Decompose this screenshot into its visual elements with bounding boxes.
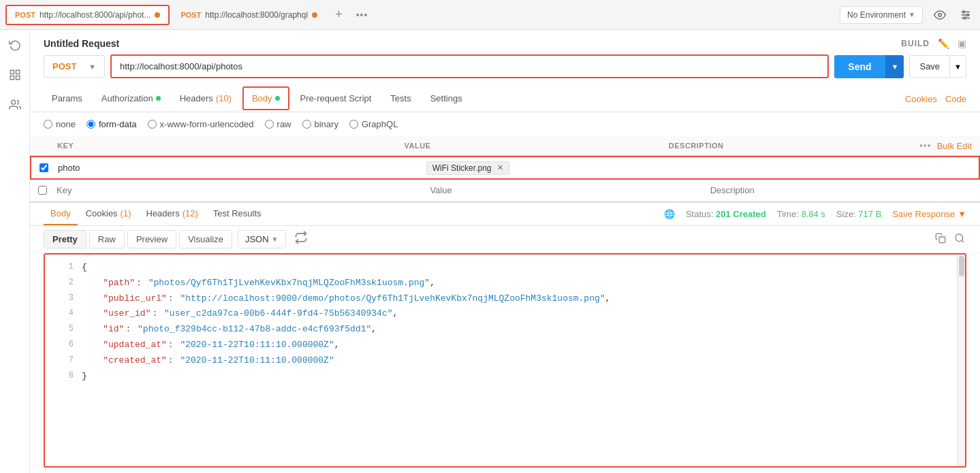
param-desc-empty[interactable] [706, 182, 972, 198]
body-type-urlencoded[interactable]: x-www-form-urlencoded [148, 119, 254, 129]
method-selector[interactable]: POST ▼ [44, 55, 105, 78]
svg-line-14 [962, 240, 964, 242]
table-more-icon[interactable]: ••• [919, 140, 932, 151]
svg-rect-8 [16, 70, 19, 74]
resp-tab-body[interactable]: Body [44, 203, 78, 225]
col-value-header: VALUE [405, 142, 669, 150]
param-value-1: WiFi Sticker.png ✕ [426, 161, 706, 175]
body-type-none[interactable]: none [44, 119, 76, 129]
svg-rect-12 [939, 237, 945, 243]
scrollbar-thumb [959, 256, 964, 276]
save-button[interactable]: Save [909, 55, 950, 78]
col-desc-header: DESCRIPTION [669, 142, 919, 150]
globe-icon: 🌐 [664, 209, 675, 219]
body-type-binary[interactable]: binary [302, 119, 338, 129]
cookies-link[interactable]: Cookies [905, 94, 937, 104]
code-link[interactable]: Code [945, 94, 966, 104]
json-line-5: 5 "id": "photo_f329b4cc-b112-47b8-addc-e… [45, 322, 957, 338]
sidebar-icon-history[interactable] [5, 35, 25, 54]
environment-selector[interactable]: No Environment ▼ [840, 6, 923, 24]
json-line-2: 2 "path": "photos/Qyf6Th1TjLvehKevKbx7nq… [45, 276, 957, 291]
time-display: Time: 8.84 s [777, 209, 825, 219]
resp-tab-testresults[interactable]: Test Results [206, 203, 268, 225]
save-dropdown-button[interactable]: ▼ [950, 55, 966, 78]
json-line-1: 1 { [45, 260, 957, 276]
resp-tab-headers[interactable]: Headers (12) [140, 203, 205, 225]
send-dropdown-button[interactable]: ▼ [885, 55, 904, 78]
req-tab-right: Cookies Code [905, 94, 966, 104]
body-type-raw[interactable]: raw [265, 119, 291, 129]
raw-button[interactable]: Raw [89, 230, 125, 248]
tab-1-method: POST [15, 11, 35, 19]
json-line-7: 7 "created_at": "2020-11-22T10:11:10.000… [45, 353, 957, 369]
svg-point-13 [955, 234, 963, 242]
tab-params[interactable]: Params [44, 88, 91, 110]
save-response-button[interactable]: Save Response ▼ [892, 209, 966, 219]
tab-2-url: http://localhost:8000/graphql [205, 10, 308, 20]
tab-2-method: POST [180, 11, 201, 19]
tab-bar: POST http://localhost:8000/api/phot... P… [0, 0, 980, 30]
tab-authorization[interactable]: Authorization [93, 88, 169, 110]
copy-button[interactable] [934, 231, 947, 248]
param-checkbox-1[interactable] [39, 163, 48, 172]
format-selector[interactable]: JSON ▼ [238, 230, 286, 248]
wrap-button[interactable] [294, 231, 308, 248]
svg-rect-7 [10, 70, 14, 74]
body-type-bar: none form-data x-www-form-urlencoded raw… [30, 112, 980, 136]
svg-point-0 [938, 13, 942, 16]
settings-button[interactable] [957, 6, 975, 24]
sidebar-icon-collections[interactable] [5, 65, 25, 84]
send-button-group: Send ▼ [834, 55, 904, 78]
time-value: 8.84 s [801, 209, 825, 219]
build-label: BUILD [901, 39, 930, 48]
response-section: Body Cookies (1) Headers (12) Test Resul… [30, 201, 980, 473]
param-key-1[interactable] [54, 160, 426, 176]
build-area: BUILD ✏️ ▣ [901, 38, 966, 49]
authorization-dot [156, 96, 161, 101]
main-content: Untitled Request BUILD ✏️ ▣ POST ▼ Send … [30, 30, 980, 473]
table-row: WiFi Sticker.png ✕ [30, 156, 980, 180]
json-viewer[interactable]: 1 { 2 "path": "photos/Qyf6Th1TjLvehKevKb… [45, 255, 957, 466]
file-tag-remove[interactable]: ✕ [497, 163, 503, 172]
search-button[interactable] [953, 231, 966, 248]
tab-2-dot [312, 12, 317, 18]
svg-point-11 [11, 100, 15, 104]
send-button[interactable]: Send [834, 55, 885, 78]
tab-headers[interactable]: Headers (10) [172, 88, 240, 110]
file-tag: WiFi Sticker.png ✕ [426, 161, 509, 175]
resp-headers-count: (12) [183, 208, 198, 218]
param-key-empty[interactable] [52, 182, 426, 198]
json-line-4: 4 "user_id": "user_c2da97ca-00b6-444f-9f… [45, 306, 957, 322]
new-tab-button[interactable]: + [331, 6, 347, 23]
body-type-formdata[interactable]: form-data [86, 119, 137, 129]
json-viewer-container: 1 { 2 "path": "photos/Qyf6Th1TjLvehKevKb… [44, 253, 966, 468]
tab-settings[interactable]: Settings [422, 88, 471, 110]
param-checkbox-empty[interactable] [38, 186, 47, 195]
tab-1[interactable]: POST http://localhost:8000/api/phot... [5, 5, 170, 25]
layout-icon[interactable]: ▣ [958, 38, 966, 49]
tab-2[interactable]: POST http://localhost:8000/graphql [172, 6, 326, 24]
tab-more-button[interactable]: ••• [352, 8, 373, 22]
edit-icon[interactable]: ✏️ [938, 38, 949, 49]
size-value: 717 B [858, 209, 881, 219]
sidebar-icon-team[interactable] [5, 95, 25, 114]
svg-rect-9 [10, 76, 14, 80]
url-input[interactable] [110, 54, 829, 78]
eye-button[interactable] [931, 6, 949, 24]
param-val-empty[interactable] [426, 182, 706, 198]
tab-body[interactable]: Body [242, 86, 289, 110]
resp-tab-cookies[interactable]: Cookies (1) [79, 203, 138, 225]
visualize-button[interactable]: Visualize [179, 230, 232, 248]
pretty-button[interactable]: Pretty [44, 230, 86, 248]
tab-tests[interactable]: Tests [382, 88, 419, 110]
tab-prerequest[interactable]: Pre-request Script [292, 88, 380, 110]
svg-point-6 [964, 17, 966, 19]
scrollbar[interactable] [957, 255, 965, 466]
body-type-graphql[interactable]: GraphQL [349, 119, 398, 129]
request-tabs: Params Authorization Headers (10) Body P… [30, 86, 980, 112]
bulk-edit-button[interactable]: Bulk Edit [937, 141, 972, 151]
param-desc-1[interactable] [706, 160, 970, 176]
status-display: Status: 201 Created [686, 209, 766, 219]
tab-actions: + ••• [331, 6, 372, 23]
preview-button[interactable]: Preview [127, 230, 176, 248]
